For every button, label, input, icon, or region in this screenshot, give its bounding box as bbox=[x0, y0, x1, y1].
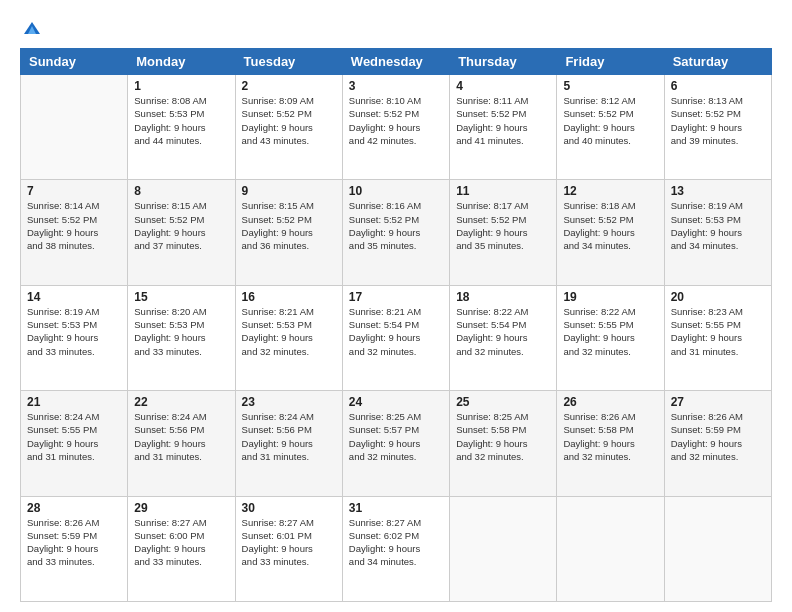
calendar-cell: 13Sunrise: 8:19 AM Sunset: 5:53 PM Dayli… bbox=[664, 180, 771, 285]
calendar-cell: 10Sunrise: 8:16 AM Sunset: 5:52 PM Dayli… bbox=[342, 180, 449, 285]
calendar-cell: 24Sunrise: 8:25 AM Sunset: 5:57 PM Dayli… bbox=[342, 391, 449, 496]
day-number: 20 bbox=[671, 290, 765, 304]
calendar-cell: 25Sunrise: 8:25 AM Sunset: 5:58 PM Dayli… bbox=[450, 391, 557, 496]
calendar-header-row: SundayMondayTuesdayWednesdayThursdayFrid… bbox=[21, 49, 772, 75]
calendar-cell: 23Sunrise: 8:24 AM Sunset: 5:56 PM Dayli… bbox=[235, 391, 342, 496]
calendar-cell: 29Sunrise: 8:27 AM Sunset: 6:00 PM Dayli… bbox=[128, 496, 235, 601]
calendar-cell: 22Sunrise: 8:24 AM Sunset: 5:56 PM Dayli… bbox=[128, 391, 235, 496]
day-info: Sunrise: 8:13 AM Sunset: 5:52 PM Dayligh… bbox=[671, 94, 765, 147]
calendar-weekday-saturday: Saturday bbox=[664, 49, 771, 75]
calendar-weekday-monday: Monday bbox=[128, 49, 235, 75]
day-number: 5 bbox=[563, 79, 657, 93]
day-number: 2 bbox=[242, 79, 336, 93]
calendar-cell: 8Sunrise: 8:15 AM Sunset: 5:52 PM Daylig… bbox=[128, 180, 235, 285]
calendar-weekday-friday: Friday bbox=[557, 49, 664, 75]
day-number: 22 bbox=[134, 395, 228, 409]
day-info: Sunrise: 8:08 AM Sunset: 5:53 PM Dayligh… bbox=[134, 94, 228, 147]
day-info: Sunrise: 8:25 AM Sunset: 5:57 PM Dayligh… bbox=[349, 410, 443, 463]
day-number: 8 bbox=[134, 184, 228, 198]
day-info: Sunrise: 8:26 AM Sunset: 5:59 PM Dayligh… bbox=[671, 410, 765, 463]
calendar-cell: 27Sunrise: 8:26 AM Sunset: 5:59 PM Dayli… bbox=[664, 391, 771, 496]
day-info: Sunrise: 8:20 AM Sunset: 5:53 PM Dayligh… bbox=[134, 305, 228, 358]
day-number: 4 bbox=[456, 79, 550, 93]
day-number: 23 bbox=[242, 395, 336, 409]
calendar-weekday-thursday: Thursday bbox=[450, 49, 557, 75]
day-info: Sunrise: 8:27 AM Sunset: 6:00 PM Dayligh… bbox=[134, 516, 228, 569]
calendar-cell bbox=[450, 496, 557, 601]
calendar-cell: 2Sunrise: 8:09 AM Sunset: 5:52 PM Daylig… bbox=[235, 75, 342, 180]
day-number: 12 bbox=[563, 184, 657, 198]
page: SundayMondayTuesdayWednesdayThursdayFrid… bbox=[0, 0, 792, 612]
day-number: 1 bbox=[134, 79, 228, 93]
day-number: 10 bbox=[349, 184, 443, 198]
calendar-cell: 14Sunrise: 8:19 AM Sunset: 5:53 PM Dayli… bbox=[21, 285, 128, 390]
day-info: Sunrise: 8:10 AM Sunset: 5:52 PM Dayligh… bbox=[349, 94, 443, 147]
calendar-cell: 20Sunrise: 8:23 AM Sunset: 5:55 PM Dayli… bbox=[664, 285, 771, 390]
day-info: Sunrise: 8:25 AM Sunset: 5:58 PM Dayligh… bbox=[456, 410, 550, 463]
day-number: 26 bbox=[563, 395, 657, 409]
day-number: 13 bbox=[671, 184, 765, 198]
calendar-cell: 3Sunrise: 8:10 AM Sunset: 5:52 PM Daylig… bbox=[342, 75, 449, 180]
calendar-cell: 6Sunrise: 8:13 AM Sunset: 5:52 PM Daylig… bbox=[664, 75, 771, 180]
day-number: 15 bbox=[134, 290, 228, 304]
day-number: 11 bbox=[456, 184, 550, 198]
header bbox=[20, 18, 772, 38]
calendar-cell bbox=[557, 496, 664, 601]
day-info: Sunrise: 8:11 AM Sunset: 5:52 PM Dayligh… bbox=[456, 94, 550, 147]
calendar-cell bbox=[664, 496, 771, 601]
calendar-cell: 26Sunrise: 8:26 AM Sunset: 5:58 PM Dayli… bbox=[557, 391, 664, 496]
day-number: 7 bbox=[27, 184, 121, 198]
day-number: 30 bbox=[242, 501, 336, 515]
calendar-cell: 18Sunrise: 8:22 AM Sunset: 5:54 PM Dayli… bbox=[450, 285, 557, 390]
day-info: Sunrise: 8:26 AM Sunset: 5:59 PM Dayligh… bbox=[27, 516, 121, 569]
calendar-table: SundayMondayTuesdayWednesdayThursdayFrid… bbox=[20, 48, 772, 602]
calendar-week-row: 7Sunrise: 8:14 AM Sunset: 5:52 PM Daylig… bbox=[21, 180, 772, 285]
calendar-weekday-wednesday: Wednesday bbox=[342, 49, 449, 75]
calendar-cell: 7Sunrise: 8:14 AM Sunset: 5:52 PM Daylig… bbox=[21, 180, 128, 285]
day-info: Sunrise: 8:24 AM Sunset: 5:55 PM Dayligh… bbox=[27, 410, 121, 463]
day-info: Sunrise: 8:23 AM Sunset: 5:55 PM Dayligh… bbox=[671, 305, 765, 358]
calendar-cell: 31Sunrise: 8:27 AM Sunset: 6:02 PM Dayli… bbox=[342, 496, 449, 601]
day-number: 14 bbox=[27, 290, 121, 304]
calendar-cell: 5Sunrise: 8:12 AM Sunset: 5:52 PM Daylig… bbox=[557, 75, 664, 180]
calendar-cell: 9Sunrise: 8:15 AM Sunset: 5:52 PM Daylig… bbox=[235, 180, 342, 285]
day-info: Sunrise: 8:24 AM Sunset: 5:56 PM Dayligh… bbox=[242, 410, 336, 463]
day-info: Sunrise: 8:18 AM Sunset: 5:52 PM Dayligh… bbox=[563, 199, 657, 252]
day-number: 21 bbox=[27, 395, 121, 409]
day-number: 18 bbox=[456, 290, 550, 304]
calendar-cell: 21Sunrise: 8:24 AM Sunset: 5:55 PM Dayli… bbox=[21, 391, 128, 496]
logo bbox=[20, 18, 42, 38]
calendar-cell: 30Sunrise: 8:27 AM Sunset: 6:01 PM Dayli… bbox=[235, 496, 342, 601]
calendar-weekday-sunday: Sunday bbox=[21, 49, 128, 75]
day-info: Sunrise: 8:17 AM Sunset: 5:52 PM Dayligh… bbox=[456, 199, 550, 252]
day-info: Sunrise: 8:24 AM Sunset: 5:56 PM Dayligh… bbox=[134, 410, 228, 463]
day-number: 19 bbox=[563, 290, 657, 304]
day-number: 9 bbox=[242, 184, 336, 198]
day-number: 28 bbox=[27, 501, 121, 515]
calendar-cell: 19Sunrise: 8:22 AM Sunset: 5:55 PM Dayli… bbox=[557, 285, 664, 390]
day-info: Sunrise: 8:22 AM Sunset: 5:55 PM Dayligh… bbox=[563, 305, 657, 358]
calendar-cell: 15Sunrise: 8:20 AM Sunset: 5:53 PM Dayli… bbox=[128, 285, 235, 390]
day-info: Sunrise: 8:21 AM Sunset: 5:54 PM Dayligh… bbox=[349, 305, 443, 358]
day-info: Sunrise: 8:21 AM Sunset: 5:53 PM Dayligh… bbox=[242, 305, 336, 358]
day-number: 31 bbox=[349, 501, 443, 515]
day-info: Sunrise: 8:27 AM Sunset: 6:02 PM Dayligh… bbox=[349, 516, 443, 569]
day-info: Sunrise: 8:19 AM Sunset: 5:53 PM Dayligh… bbox=[27, 305, 121, 358]
day-info: Sunrise: 8:27 AM Sunset: 6:01 PM Dayligh… bbox=[242, 516, 336, 569]
day-number: 3 bbox=[349, 79, 443, 93]
calendar-week-row: 14Sunrise: 8:19 AM Sunset: 5:53 PM Dayli… bbox=[21, 285, 772, 390]
day-number: 6 bbox=[671, 79, 765, 93]
calendar-week-row: 21Sunrise: 8:24 AM Sunset: 5:55 PM Dayli… bbox=[21, 391, 772, 496]
calendar-cell bbox=[21, 75, 128, 180]
day-info: Sunrise: 8:26 AM Sunset: 5:58 PM Dayligh… bbox=[563, 410, 657, 463]
calendar-cell: 28Sunrise: 8:26 AM Sunset: 5:59 PM Dayli… bbox=[21, 496, 128, 601]
day-number: 16 bbox=[242, 290, 336, 304]
logo-icon bbox=[22, 18, 42, 38]
day-info: Sunrise: 8:12 AM Sunset: 5:52 PM Dayligh… bbox=[563, 94, 657, 147]
day-info: Sunrise: 8:15 AM Sunset: 5:52 PM Dayligh… bbox=[242, 199, 336, 252]
calendar-cell: 4Sunrise: 8:11 AM Sunset: 5:52 PM Daylig… bbox=[450, 75, 557, 180]
calendar-cell: 1Sunrise: 8:08 AM Sunset: 5:53 PM Daylig… bbox=[128, 75, 235, 180]
day-info: Sunrise: 8:15 AM Sunset: 5:52 PM Dayligh… bbox=[134, 199, 228, 252]
calendar-cell: 11Sunrise: 8:17 AM Sunset: 5:52 PM Dayli… bbox=[450, 180, 557, 285]
calendar-week-row: 28Sunrise: 8:26 AM Sunset: 5:59 PM Dayli… bbox=[21, 496, 772, 601]
